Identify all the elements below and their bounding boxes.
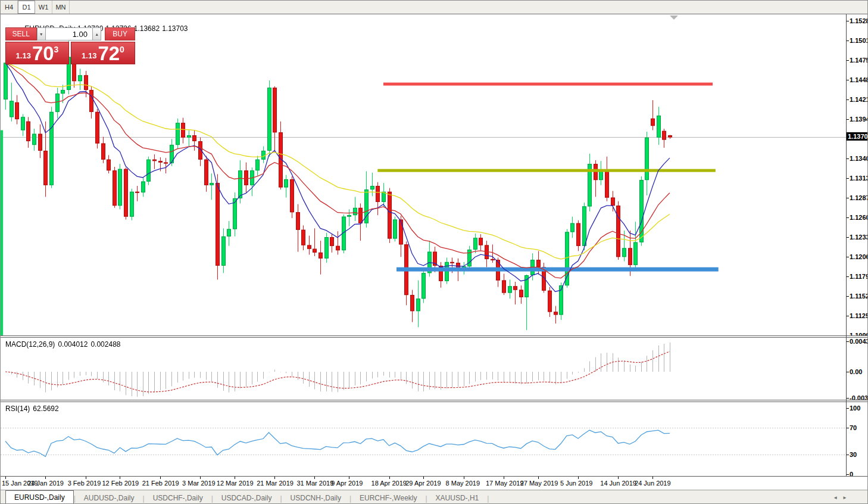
date-tick (504, 477, 504, 479)
date-tick (538, 477, 539, 479)
date-axis-label: 8 May 2019 (446, 480, 480, 487)
rsi-axis-label: 70 (850, 424, 857, 431)
chart-tab-audusd-daily[interactable]: AUDUSD-,Daily (76, 491, 143, 504)
price-axis-label: 1.12065 (850, 253, 868, 260)
timeframe-button-d1[interactable]: D1 (18, 1, 35, 14)
date-axis-label: 31 Mar 2019 (296, 480, 333, 487)
chart-tab-xauusd-h1[interactable]: XAUUSD-,H1 (427, 491, 488, 504)
date-axis-label: 5 Jun 2019 (560, 480, 592, 487)
ohlc-low: 1.13682 (134, 24, 160, 33)
date-tick (349, 477, 349, 479)
date-tick (45, 477, 46, 479)
rsi-panel-title: RSI(14)62.5692 (5, 405, 62, 413)
price-axis: 1.152851.150151.147501.144801.142101.139… (847, 14, 868, 477)
buy-button[interactable]: BUY (105, 27, 135, 41)
date-tick (235, 477, 235, 479)
price-axis-label: 1.11525 (850, 293, 868, 300)
timeframe-toolbar: H4D1W1MN (1, 1, 868, 14)
volume-input[interactable] (46, 27, 92, 41)
date-tick (464, 477, 464, 479)
price-axis-label: 1.14210 (850, 96, 868, 103)
sell-price-big: 70 (32, 43, 54, 64)
toolbar-separator (1, 14, 868, 14)
sell-price-display[interactable]: 1.13 70 3 (5, 42, 69, 64)
date-tick (274, 477, 275, 479)
triangle-up-icon: ▲ (95, 32, 99, 36)
volume-decrease-button[interactable]: ▼ (37, 27, 46, 41)
chart-tab-eurchf-weekly[interactable]: EURCHF-,Weekly (351, 491, 425, 504)
macd-indicator-canvas[interactable] (1, 338, 846, 400)
macd-panel-title: MACD(12,26,9)0.0040120.002488 (5, 340, 124, 349)
price-axis-label: 1.15285 (850, 17, 868, 24)
date-axis-label: 21 Mar 2019 (257, 480, 294, 487)
date-axis-label: 14 Jun 2019 (600, 480, 636, 487)
date-tick (120, 477, 120, 479)
ohlc-close: 1.13703 (162, 24, 188, 33)
macd-axis-label: 0.00 (850, 368, 862, 375)
date-tick (160, 477, 161, 479)
date-tick (389, 477, 390, 479)
date-tick (618, 477, 619, 479)
date-axis: 15 Jan 201924 Jan 20193 Feb 201912 Feb 2… (1, 476, 868, 490)
macd-value-main: 0.004012 (58, 340, 88, 349)
date-axis-label: 18 Apr 2019 (371, 480, 407, 487)
date-axis-label: 27 May 2019 (520, 480, 558, 487)
chart-tab-usdchf-daily[interactable]: USDCHF-,Daily (145, 491, 211, 504)
price-axis-label: 1.12870 (850, 194, 868, 201)
rsi-axis-label: 100 (850, 405, 860, 412)
sell-button[interactable]: SELL (5, 27, 37, 41)
buy-price-prefix: 1.13 (82, 51, 96, 60)
one-click-trade-panel: SELL ▼ ▲ BUY 1.13 70 3 1.13 72 0 (5, 27, 135, 64)
timeframe-button-w1[interactable]: W1 (35, 1, 52, 14)
rsi-value: 62.5692 (33, 405, 58, 413)
date-axis-label: 24 Jan 2019 (27, 480, 64, 487)
trading-platform-window: H4D1W1MN ▲EURUSD-,Daily1.137301.137361.1… (0, 0, 868, 504)
date-axis-label: 12 Feb 2019 (102, 480, 139, 487)
date-axis-label: 29 Apr 2019 (405, 480, 441, 487)
rsi-name: RSI(14) (5, 405, 30, 413)
price-axis-label: 1.12330 (850, 234, 868, 241)
chart-tab-usdcnh-daily[interactable]: USDCNH-,Daily (282, 491, 349, 504)
chart-tab-eurusd-daily[interactable]: EURUSD-,Daily (5, 490, 74, 504)
price-axis-label: 1.13135 (850, 175, 868, 182)
price-axis-label: 1.13945 (850, 116, 868, 123)
price-axis-label: 1.11255 (850, 312, 868, 319)
date-axis-label: 3 Mar 2019 (182, 480, 216, 487)
date-axis-label: 24 Jun 2019 (635, 480, 671, 487)
date-tick (423, 477, 424, 479)
chart-tab-usdcad-daily[interactable]: USDCAD-,Daily (213, 491, 280, 504)
macd-name: MACD(12,26,9) (5, 340, 55, 349)
tab-scroll-arrows[interactable]: ◄► (833, 495, 852, 500)
price-axis-label: 1.12600 (850, 214, 868, 221)
timeframe-button-mn[interactable]: MN (52, 1, 70, 14)
sell-price-sup: 3 (54, 45, 59, 54)
macd-rsi-splitter[interactable] (1, 400, 868, 402)
rsi-indicator-canvas[interactable] (1, 402, 846, 476)
chart-tab-bar: EURUSD-,Daily|AUDUSD-,Daily|USDCHF-,Dail… (1, 490, 868, 504)
chart-shift-marker-icon[interactable] (670, 15, 678, 20)
triangle-down-icon: ▼ (39, 32, 43, 36)
date-tick (314, 477, 315, 479)
date-axis-label: 12 Mar 2019 (217, 480, 254, 487)
date-tick (652, 477, 653, 479)
price-axis-label: 1.14480 (850, 76, 868, 83)
buy-price-display[interactable]: 1.13 72 0 (71, 42, 135, 64)
volume-increase-button[interactable]: ▲ (92, 27, 101, 41)
price-axis-label: 1.11795 (850, 273, 868, 280)
axis-vertical-line (846, 14, 847, 477)
date-axis-label: 9 Apr 2019 (331, 480, 363, 487)
macd-axis-label: 0.004375 (850, 338, 868, 345)
timeframe-button-h4[interactable]: H4 (1, 1, 18, 14)
buy-price-sup: 0 (120, 45, 124, 54)
price-axis-label: 1.15015 (850, 37, 868, 44)
date-axis-label: 17 May 2019 (486, 480, 524, 487)
chart-macd-splitter[interactable] (1, 335, 868, 338)
date-axis-label: 3 Feb 2019 (68, 480, 101, 487)
tab-separator: | (487, 492, 489, 504)
sell-price-prefix: 1.13 (16, 51, 31, 60)
macd-value-signal: 0.002488 (90, 340, 120, 349)
current-price-label: 1.13703 (847, 132, 868, 141)
date-tick (86, 477, 86, 479)
date-tick (200, 477, 201, 479)
date-axis-label: 21 Feb 2019 (142, 480, 179, 487)
